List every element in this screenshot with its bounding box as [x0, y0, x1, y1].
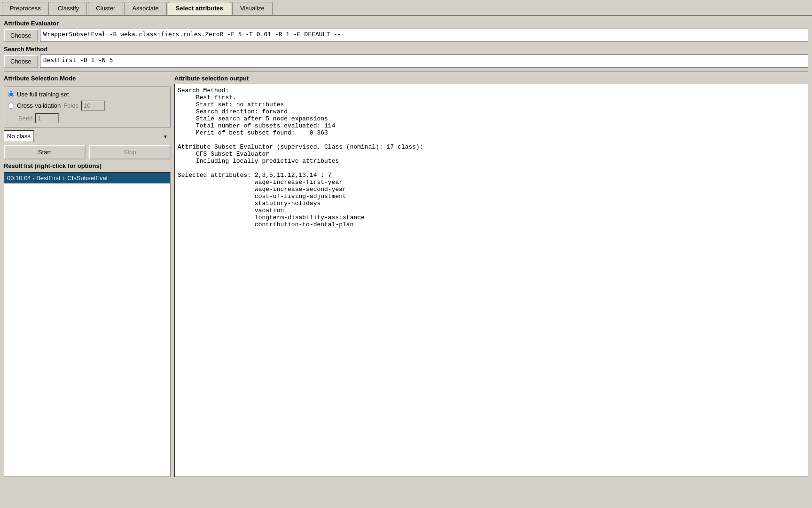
right-panel: Attribute selection output Search Method…	[174, 75, 808, 477]
attribute-evaluator-label: Attribute Evaluator	[4, 20, 808, 27]
cross-validation-radio[interactable]	[8, 103, 14, 109]
tab-preprocess[interactable]: Preprocess	[2, 2, 49, 15]
result-list-label: Result list (right-click for options)	[4, 162, 171, 169]
folds-input[interactable]	[81, 101, 105, 111]
divider	[4, 71, 808, 72]
search-method-row: Choose BestFirst -D 1 -N 5	[4, 55, 808, 68]
stop-button[interactable]: Stop	[89, 145, 171, 159]
attribute-evaluator-field[interactable]: WrapperSubsetEval -B weka.classifiers.ru…	[40, 29, 808, 42]
left-panel: Attribute Selection Mode Use full traini…	[4, 75, 171, 477]
use-full-training-set-row: Use full training set	[8, 91, 166, 98]
class-dropdown-row: No class	[4, 130, 171, 142]
tab-bar: Preprocess Classify Cluster Associate Se…	[0, 0, 812, 16]
attribute-evaluator-section: Attribute Evaluator Choose WrapperSubset…	[4, 20, 808, 42]
seed-label: Seed	[18, 115, 32, 122]
seed-input[interactable]	[35, 113, 59, 123]
use-full-training-set-radio[interactable]	[8, 91, 14, 97]
cross-validation-row: Cross-validation Folds	[8, 101, 166, 111]
class-dropdown-wrapper: No class	[4, 130, 171, 142]
attribute-evaluator-choose-btn[interactable]: Choose	[4, 29, 38, 42]
search-method-choose-btn[interactable]: Choose	[4, 55, 38, 68]
start-button[interactable]: Start	[4, 145, 86, 159]
main-content: Attribute Evaluator Choose WrapperSubset…	[0, 16, 812, 508]
attr-selection-mode-box: Use full training set Cross-validation F…	[4, 87, 171, 127]
tab-classify[interactable]: Classify	[50, 2, 87, 15]
tab-associate[interactable]: Associate	[124, 2, 166, 15]
attr-selection-mode-label: Attribute Selection Mode	[4, 75, 171, 82]
lower-area: Attribute Selection Mode Use full traini…	[4, 75, 808, 477]
output-box: Search Method: Best first. Start set: no…	[174, 84, 808, 477]
use-full-training-set-label: Use full training set	[17, 91, 69, 98]
seed-row: Seed	[18, 113, 166, 123]
folds-label: Folds	[63, 102, 78, 109]
output-label: Attribute selection output	[174, 75, 808, 82]
result-list-box[interactable]: 00:10:04 - BestFirst + CfsSubsetEval	[4, 172, 171, 477]
search-method-label: Search Method	[4, 46, 808, 53]
action-buttons: Start Stop	[4, 145, 171, 159]
tab-cluster[interactable]: Cluster	[88, 2, 123, 15]
search-method-section: Search Method Choose BestFirst -D 1 -N 5	[4, 46, 808, 68]
class-dropdown[interactable]: No class	[4, 130, 34, 142]
attribute-evaluator-row: Choose WrapperSubsetEval -B weka.classif…	[4, 29, 808, 42]
result-item[interactable]: 00:10:04 - BestFirst + CfsSubsetEval	[4, 173, 170, 183]
tab-select-attributes[interactable]: Select attributes	[168, 2, 231, 15]
cross-validation-label: Cross-validation	[17, 102, 61, 109]
search-method-field[interactable]: BestFirst -D 1 -N 5	[40, 55, 808, 68]
tab-visualize[interactable]: Visualize	[232, 2, 273, 15]
